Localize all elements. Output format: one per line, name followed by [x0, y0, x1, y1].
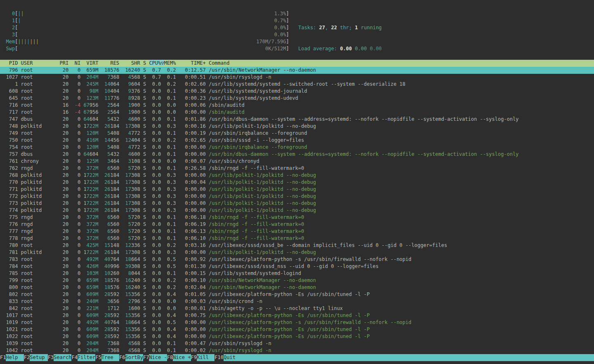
- fn-label-nice-[interactable]: Nice -: [149, 354, 167, 361]
- process-row[interactable]: 799 root 20 0 659M 18576 16240 S 0.0 0.2…: [0, 277, 594, 284]
- process-row[interactable]: 833 root 20 0 240M 3656 2796 S 0.0 0.0 0…: [0, 298, 594, 305]
- fn-label-setup[interactable]: Setup: [30, 354, 47, 361]
- process-row[interactable]: 747 dbus 20 0 64604 5432 4600 S 0.0 0.1 …: [0, 116, 594, 123]
- cell-virt: 123M: [87, 95, 99, 101]
- process-row[interactable]: 757 dbus 20 0 64604 5432 4600 S 0.0 0.1 …: [0, 151, 594, 158]
- column-header-pri[interactable]: PRI: [57, 60, 68, 66]
- cell-virt: 722M: [87, 200, 99, 206]
- cell-pri: 20: [57, 242, 68, 248]
- cell-pid: 775: [3, 214, 18, 220]
- process-row[interactable]: 780 root 20 0 425M 15148 12336 S 0.0 0.2…: [0, 242, 594, 249]
- process-row[interactable]: 762 rngd 20 0 372M 6560 5720 S 0.0 0.1 0…: [0, 165, 594, 172]
- column-header-res[interactable]: RES: [101, 60, 119, 66]
- fn-label-sortby[interactable]: SortBy: [125, 354, 143, 361]
- tasks-line: Tasks: 27, 22 thr; 1 running: [298, 24, 382, 31]
- process-row[interactable]: 772 polkitd 20 0 1722M 26184 17308 S 0.0…: [0, 193, 594, 200]
- cell-shr: 600: [131, 305, 140, 311]
- column-header-ni[interactable]: NI: [71, 60, 80, 66]
- cell-shr: 8: [128, 270, 131, 276]
- process-row[interactable]: 1042 root 20 0 204M 7368 4568 S 0.0 0.1 …: [0, 347, 594, 354]
- cell-command: /usr/libexec/platform-python -s /usr/sbi…: [209, 319, 411, 325]
- fn-label-filter[interactable]: Filter: [78, 354, 95, 361]
- fn-label-help[interactable]: Help: [6, 354, 24, 361]
- cell-user: root: [21, 109, 54, 115]
- process-row[interactable]: 1039 root 20 0 204M 7368 4568 S 0.0 0.1 …: [0, 340, 594, 347]
- process-row[interactable]: 1021 root 20 0 609M 28592 15356 S 0.0 0.…: [0, 326, 594, 333]
- cell-pri: 16: [57, 102, 68, 108]
- process-row[interactable]: 1019 root 20 0 492M 40764 18664 S 0.0 0.…: [0, 319, 594, 326]
- process-row[interactable]: 785 root 20 0 103M 10260 8044 S 0.0 0.1 …: [0, 270, 594, 277]
- fn-key-f3[interactable]: F3: [48, 354, 54, 361]
- fn-key-f1[interactable]: F1: [0, 354, 6, 361]
- cell-user: root: [21, 102, 54, 108]
- fn-label-tree[interactable]: Tree: [101, 354, 119, 361]
- process-row[interactable]: 716 root 16 -4 67956 2564 1900 S 0.0 0.0…: [0, 102, 594, 109]
- process-row[interactable]: 1027 root 20 0 204M 7368 4568 S 0.7 0.1 …: [0, 74, 594, 81]
- process-row[interactable]: 749 root 20 0 120M 5408 4772 S 0.0 0.1 0…: [0, 130, 594, 137]
- process-row[interactable]: 842 root 20 0 221M 1712 1600 S 0.0 0.0 0…: [0, 305, 594, 312]
- cell-ni: 0: [71, 144, 80, 150]
- fn-label-quit[interactable]: Quit: [224, 354, 594, 361]
- cell-pri: 20: [57, 179, 68, 185]
- process-row[interactable]: 748 polkitd 20 0 1722M 26184 17308 S 0.0…: [0, 123, 594, 130]
- column-header-user[interactable]: USER: [21, 60, 54, 66]
- cell-mem-pct: 0.0: [164, 298, 176, 304]
- process-row[interactable]: 776 rngd 20 0 372M 6560 5720 S 0.0 0.1 0…: [0, 221, 594, 228]
- fn-label-nice-[interactable]: Nice +: [173, 354, 191, 361]
- process-row[interactable]: 1 root 20 0 245M 14064 9604 S 0.0 0.2 0:…: [0, 81, 594, 88]
- cell-res: 996: [110, 263, 119, 269]
- column-header-mem[interactable]: MEM%: [164, 60, 176, 66]
- column-header-shr[interactable]: SHR: [122, 60, 140, 66]
- process-row[interactable]: 773 polkitd 20 0 1722M 26184 17308 S 0.0…: [0, 200, 594, 207]
- process-row[interactable]: 784 root 20 0 426M 40996 39308 S 0.0 0.5…: [0, 263, 594, 270]
- process-row[interactable]: 768 polkitd 20 0 1722M 26184 17308 S 0.0…: [0, 172, 594, 179]
- process-row[interactable]: 774 polkitd 20 0 1722M 26184 17308 S 0.0…: [0, 207, 594, 214]
- column-header-time[interactable]: TIME+: [179, 60, 206, 66]
- fn-label-kill[interactable]: Kill: [197, 354, 214, 361]
- process-row[interactable]: 770 polkitd 20 0 1722M 26184 17308 S 0.0…: [0, 179, 594, 186]
- cell-pid: 773: [3, 200, 18, 206]
- process-row[interactable]: 783 root 20 0 492M 40764 18664 S 0.0 0.5…: [0, 256, 594, 263]
- fn-key-f2[interactable]: F2: [24, 354, 30, 361]
- cell-cpu-pct: 0.0: [149, 277, 161, 283]
- fn-key-f7[interactable]: F7: [143, 354, 149, 361]
- process-row[interactable]: 800 root 20 0 659M 18576 16240 S 0.0 0.2…: [0, 284, 594, 291]
- column-header-cpu-sorted[interactable]: CPU%▽: [149, 60, 164, 66]
- fn-key-f6[interactable]: F6: [119, 354, 125, 361]
- process-row[interactable]: 771 polkitd 20 0 1722M 26184 17308 S 0.0…: [0, 186, 594, 193]
- fn-label-search[interactable]: Search: [54, 354, 71, 361]
- column-header-pid[interactable]: PID: [3, 60, 18, 66]
- column-header-virt[interactable]: VIRT: [83, 60, 98, 66]
- process-row[interactable]: 750 root 20 0 416M 14456 12404 S 0.0 0.2…: [0, 137, 594, 144]
- running-count: 1: [355, 25, 358, 31]
- process-row[interactable]: 608 root 20 0 98M 10404 9376 S 0.0 0.1 0…: [0, 88, 594, 95]
- process-row[interactable]: 717 root 16 -4 67956 2564 1900 S 0.0 0.0…: [0, 109, 594, 116]
- fn-key-f8[interactable]: F8: [167, 354, 173, 361]
- process-row[interactable]: 1017 root 20 0 609M 28592 15356 S 0.0 0.…: [0, 312, 594, 319]
- process-row-selected[interactable]: 796 root 20 0 659M 18576 16240 S 0.7 0.2…: [0, 67, 594, 74]
- process-row[interactable]: 802 root 20 0 609M 28592 15356 S 0.0 0.4…: [0, 291, 594, 298]
- fn-key-f4[interactable]: F4: [71, 354, 77, 361]
- process-row[interactable]: 754 root 20 0 120M 5408 4772 S 0.0 0.1 0…: [0, 144, 594, 151]
- column-header-command[interactable]: Command: [209, 60, 230, 66]
- cell-shr: 17: [125, 193, 131, 199]
- cell-virt: 956: [90, 109, 99, 115]
- cell-res: 184: [110, 193, 119, 199]
- process-row[interactable]: 781 polkitd 20 0 1722M 26184 17308 S 0.0…: [0, 249, 594, 256]
- cell-virt: 722M: [87, 123, 99, 129]
- cell-res: 28: [104, 326, 110, 332]
- process-row[interactable]: 775 rngd 20 0 372M 6560 5720 S 0.0 0.1 0…: [0, 214, 594, 221]
- meter-close-bracket: ]: [286, 17, 289, 24]
- process-row[interactable]: 645 root 20 0 123M 11776 8928 S 0.0 0.1 …: [0, 95, 594, 102]
- cell-cpu-pct: 0.0: [149, 305, 161, 311]
- fn-key-f5[interactable]: F5: [95, 354, 101, 361]
- cell-ni: 0: [71, 172, 80, 178]
- process-row[interactable]: 777 rngd 20 0 372M 6560 5720 S 0.0 0.1 0…: [0, 228, 594, 235]
- fn-key-f10[interactable]: F10: [214, 354, 224, 361]
- process-row[interactable]: 761 chrony 20 0 125M 3464 3108 S 0.0 0.0…: [0, 158, 594, 165]
- cell-cpu-pct: 0.0: [149, 123, 161, 129]
- process-row[interactable]: 1022 root 20 0 609M 28592 15356 S 0.0 0.…: [0, 333, 594, 340]
- cell-virt: 722M: [87, 207, 99, 213]
- process-row[interactable]: 778 rngd 20 0 372M 6560 5720 S 0.0 0.1 0…: [0, 235, 594, 242]
- fn-key-f9[interactable]: F9: [191, 354, 197, 361]
